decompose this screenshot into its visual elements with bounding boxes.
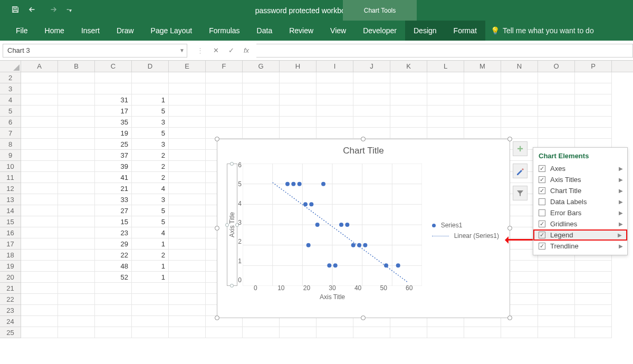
cell-M2[interactable] — [464, 72, 501, 83]
cell-E2[interactable] — [169, 72, 206, 83]
chart-element-option-error-bars[interactable]: Error Bars▶ — [533, 207, 627, 218]
cell-E5[interactable] — [169, 106, 206, 117]
cell-M4[interactable] — [464, 94, 501, 106]
row-header-24[interactable]: 24 — [0, 316, 21, 327]
cell-J7[interactable] — [353, 128, 390, 139]
cell-D2[interactable] — [132, 72, 169, 83]
customize-qat-icon[interactable]: ⁼▾ — [66, 7, 72, 13]
row-header-15[interactable]: 15 — [0, 216, 21, 227]
chart-element-option-gridlines[interactable]: ✓Gridlines▶ — [533, 218, 627, 229]
cell-N25[interactable] — [501, 327, 538, 338]
cell-A10[interactable] — [21, 161, 58, 172]
cell-C20[interactable]: 52 — [95, 272, 132, 283]
cell-C8[interactable]: 25 — [95, 139, 132, 150]
row-header-19[interactable]: 19 — [0, 261, 21, 272]
cell-C10[interactable]: 39 — [95, 161, 132, 172]
cell-C22[interactable] — [95, 294, 132, 305]
cell-D12[interactable]: 4 — [132, 183, 169, 194]
cell-L3[interactable] — [427, 83, 464, 94]
row-header-11[interactable]: 11 — [0, 172, 21, 183]
cell-P4[interactable] — [575, 94, 612, 106]
cell-E15[interactable] — [169, 216, 206, 227]
tab-developer[interactable]: Developer — [354, 21, 405, 41]
cell-B5[interactable] — [58, 106, 95, 117]
cell-G7[interactable] — [243, 128, 280, 139]
cell-A14[interactable] — [21, 205, 58, 216]
cell-E6[interactable] — [169, 117, 206, 128]
row-header-16[interactable]: 16 — [0, 227, 21, 238]
cell-B6[interactable] — [58, 117, 95, 128]
cell-B18[interactable] — [58, 250, 95, 261]
cell-E9[interactable] — [169, 150, 206, 161]
cell-H4[interactable] — [280, 94, 316, 106]
cell-E12[interactable] — [169, 183, 206, 194]
cell-C11[interactable]: 41 — [95, 172, 132, 183]
fx-icon[interactable]: fx — [244, 46, 249, 54]
resize-handle-bl[interactable] — [215, 315, 219, 320]
column-header-A[interactable]: A — [21, 61, 58, 72]
tell-me-search[interactable]: 💡 Tell me what you want to do — [485, 26, 594, 35]
cell-A16[interactable] — [21, 227, 58, 238]
cell-B10[interactable] — [58, 161, 95, 172]
cell-H6[interactable] — [280, 117, 316, 128]
cancel-formula-icon[interactable]: ✕ — [213, 46, 219, 54]
submenu-arrow-icon[interactable]: ▶ — [619, 199, 623, 205]
cell-K6[interactable] — [390, 117, 427, 128]
cell-A23[interactable] — [21, 305, 58, 316]
name-box-dropdown-icon[interactable]: ▼ — [179, 47, 185, 53]
cell-B23[interactable] — [58, 305, 95, 316]
cell-D14[interactable]: 5 — [132, 205, 169, 216]
cell-E18[interactable] — [169, 250, 206, 261]
cell-O3[interactable] — [538, 83, 575, 94]
worksheet-grid[interactable]: 2345678910111213141516171819202122232425… — [0, 72, 633, 338]
column-header-O[interactable]: O — [538, 61, 575, 72]
cell-A5[interactable] — [21, 106, 58, 117]
cell-P19[interactable] — [575, 261, 612, 272]
cell-C17[interactable]: 29 — [95, 238, 132, 250]
chart-legend[interactable]: Series1 Linear (Series1) — [432, 218, 499, 243]
cell-A21[interactable] — [21, 283, 58, 294]
cell-B4[interactable] — [58, 94, 95, 106]
chart-element-option-trendline[interactable]: ✓Trendline▶ — [533, 241, 627, 252]
cell-A19[interactable] — [21, 261, 58, 272]
cell-J2[interactable] — [353, 72, 390, 83]
column-header-N[interactable]: N — [501, 61, 538, 72]
cell-O23[interactable] — [538, 305, 575, 316]
cell-I6[interactable] — [316, 117, 353, 128]
cell-P23[interactable] — [575, 305, 612, 316]
cell-P25[interactable] — [575, 327, 612, 338]
cell-E22[interactable] — [169, 294, 206, 305]
column-header-H[interactable]: H — [280, 61, 316, 72]
cell-A25[interactable] — [21, 327, 58, 338]
cell-M5[interactable] — [464, 106, 501, 117]
cell-C4[interactable]: 31 — [95, 94, 132, 106]
cell-K2[interactable] — [390, 72, 427, 83]
checkbox-icon[interactable]: ✓ — [539, 232, 545, 238]
cell-I3[interactable] — [316, 83, 353, 94]
cell-A7[interactable] — [21, 128, 58, 139]
cell-D20[interactable]: 1 — [132, 272, 169, 283]
cell-F6[interactable] — [206, 117, 243, 128]
cell-B19[interactable] — [58, 261, 95, 272]
cell-G4[interactable] — [243, 94, 280, 106]
cell-P7[interactable] — [575, 128, 612, 139]
row-header-18[interactable]: 18 — [0, 250, 21, 261]
checkbox-icon[interactable]: ✓ — [539, 243, 545, 250]
cell-C16[interactable]: 23 — [95, 227, 132, 238]
cell-B9[interactable] — [58, 150, 95, 161]
cell-K5[interactable] — [390, 106, 427, 117]
column-header-B[interactable]: B — [58, 61, 95, 72]
chart-filters-button[interactable] — [513, 186, 528, 200]
column-header-G[interactable]: G — [243, 61, 280, 72]
chart-element-option-axis-titles[interactable]: ✓Axis Titles▶ — [533, 174, 627, 185]
cell-L5[interactable] — [427, 106, 464, 117]
cell-B15[interactable] — [58, 216, 95, 227]
cell-L4[interactable] — [427, 94, 464, 106]
cell-D23[interactable] — [132, 305, 169, 316]
cell-P3[interactable] — [575, 83, 612, 94]
row-header-6[interactable]: 6 — [0, 117, 21, 128]
cell-O7[interactable] — [538, 128, 575, 139]
cell-K25[interactable] — [390, 327, 427, 338]
cell-O24[interactable] — [538, 316, 575, 327]
cell-A8[interactable] — [21, 139, 58, 150]
